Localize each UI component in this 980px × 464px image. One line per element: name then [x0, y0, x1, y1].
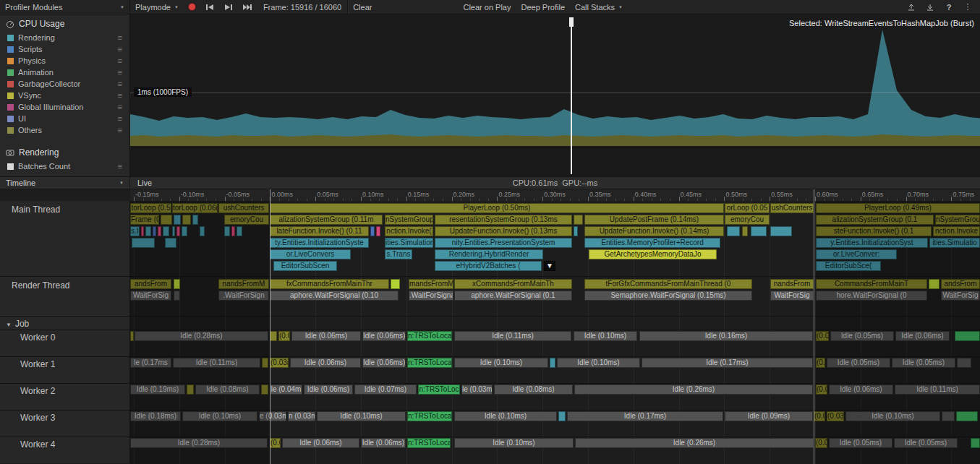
timeline-span[interactable]: Idle (0.05ms): [827, 358, 890, 368]
timeline-span[interactable]: Idle (0.10ms): [182, 411, 257, 421]
drag-handle-icon[interactable]: ≡: [118, 162, 122, 171]
timeline-span-small[interactable]: [145, 226, 151, 236]
view-selector-dropdown[interactable]: Timeline ▼: [0, 177, 130, 189]
track-label-worker-2[interactable]: Worker 2: [0, 384, 130, 410]
deep-profile-toggle[interactable]: Deep Profile: [516, 0, 570, 14]
timeline-span-small[interactable]: [163, 226, 169, 236]
track-label-worker-0[interactable]: Worker 0: [0, 330, 130, 356]
legend-item-physics[interactable]: Physics≡: [0, 55, 129, 66]
timeline-span[interactable]: s.Inv: [130, 226, 140, 236]
timeline-span[interactable]: torLoop (0.5: [130, 203, 171, 213]
frame-playhead-handle[interactable]: [569, 17, 574, 27]
timeline-span[interactable]: Idle (0.26ms): [575, 438, 814, 448]
track-label-render-thread[interactable]: Render Thread: [0, 277, 130, 316]
timeline-span[interactable]: orLoop (0.05: [725, 203, 770, 213]
track-body-worker-1[interactable]: le (0.17msIdle (0.11ms)(0.03mIdle (0.06m…: [130, 357, 980, 383]
call-stacks-dropdown[interactable]: Call Stacks ▼: [570, 0, 628, 14]
timeline-span[interactable]: eHybridV2Batches (: [435, 261, 542, 271]
foldout-icon[interactable]: ▼: [6, 322, 12, 328]
timeline-span-small[interactable]: [182, 215, 191, 225]
timeline-span[interactable]: (0.0: [816, 358, 825, 368]
timeline-span[interactable]: Rendering.HybridRender: [435, 249, 543, 259]
profiler-modules-dropdown[interactable]: Profiler Modules ▼: [0, 0, 130, 14]
drag-handle-icon[interactable]: ≡: [118, 68, 122, 77]
timeline-span[interactable]: resentationSystemGroup (0.13ms: [435, 215, 572, 225]
drag-handle-icon[interactable]: ≡: [118, 33, 122, 42]
timeline-span[interactable]: ▼: [544, 261, 555, 271]
timeline-span-small[interactable]: [574, 226, 578, 236]
timeline-span-small[interactable]: [971, 438, 980, 448]
live-toggle[interactable]: Live: [130, 179, 159, 187]
timeline-span[interactable]: emoryCou: [725, 215, 770, 225]
drag-handle-icon[interactable]: ≡: [118, 80, 122, 88]
legend-item-others[interactable]: Others≡: [0, 124, 129, 136]
timeline-span-small[interactable]: [174, 291, 180, 301]
timeline-span-small[interactable]: [957, 358, 971, 368]
timeline-span[interactable]: (0.03: [827, 411, 844, 421]
timeline-span[interactable]: WaitForSig: [130, 291, 171, 301]
timeline-span-small[interactable]: [929, 279, 939, 289]
legend-item-global-illumination[interactable]: Global Illumination≡: [0, 101, 129, 113]
timeline-span-small[interactable]: [231, 226, 235, 236]
timeline-span[interactable]: nSystemGrou: [935, 215, 980, 225]
timeline-span[interactable]: nction.Invoke(: [385, 226, 433, 236]
legend-item-animation[interactable]: Animation≡: [0, 66, 129, 78]
legend-item-ui[interactable]: UI≡: [0, 113, 129, 124]
timeline-span-small[interactable]: [270, 331, 277, 341]
legend-item-vsync[interactable]: VSync≡: [0, 90, 129, 101]
timeline-span[interactable]: Idle (0.11ms): [895, 384, 980, 395]
timeline-span-small[interactable]: [742, 226, 748, 236]
timeline-span-small[interactable]: [224, 226, 230, 236]
timeline-span-small[interactable]: [174, 215, 181, 225]
timeline-span[interactable]: nandsFrom: [770, 279, 814, 289]
timeline-span[interactable]: n:TRSToLoca: [407, 358, 452, 368]
timeline-span[interactable]: PlayerLoop (0.50ms): [270, 203, 724, 213]
timeline-span-small[interactable]: [262, 358, 268, 368]
timeline-span[interactable]: Idle (0.26ms): [574, 384, 813, 395]
timeline-span[interactable]: nSystemGroup: [385, 215, 433, 225]
timeline-span[interactable]: n:TRSToLoca: [407, 438, 451, 448]
timeline-span[interactable]: Idle (0.17ms): [642, 358, 813, 368]
timeline-span[interactable]: fxCommandsFromMainThr: [270, 279, 389, 289]
timeline-span-small[interactable]: [141, 226, 144, 236]
timeline-span[interactable]: n:TRSToLoc: [418, 384, 460, 395]
timeline-span[interactable]: n:TRSToLoca: [407, 331, 452, 341]
drag-handle-icon[interactable]: ≡: [118, 126, 122, 134]
timeline-span[interactable]: Idle (0.05ms): [830, 331, 894, 341]
timeline-span[interactable]: n (0.03m: [288, 411, 315, 421]
current-frame-button[interactable]: [238, 0, 257, 14]
next-frame-button[interactable]: [219, 0, 238, 14]
timeline-span-small[interactable]: [192, 215, 198, 225]
timeline-span[interactable]: ty.Entities.InitializationSyste: [270, 238, 369, 248]
frame-playhead[interactable]: [571, 17, 572, 174]
timeline-span[interactable]: UpdateFunction.Invoke() (0.14ms): [584, 226, 724, 236]
timeline-span[interactable]: steFunction.Invoke() (0.1: [816, 226, 932, 236]
timeline-span[interactable]: PlayerLoop (0.49ms): [816, 203, 980, 213]
track-body-main-thread[interactable]: torLoop (0.5torLoop (0.06mushCountersPla…: [130, 201, 980, 276]
timeline-span[interactable]: alizationSystemGroup (0.11m: [270, 215, 383, 225]
module-rendering[interactable]: Rendering: [0, 143, 129, 160]
timeline-span[interactable]: WaitForSig: [941, 291, 980, 301]
timeline-span[interactable]: nandsFromM: [218, 279, 269, 289]
timeline-span[interactable]: le (0.04m: [270, 384, 302, 395]
timeline-span-small[interactable]: [200, 226, 205, 236]
track-label-main-thread[interactable]: Main Thread: [0, 201, 130, 276]
clear-on-play-toggle[interactable]: Clear on Play: [458, 0, 516, 14]
timeline-span[interactable]: nity.Entities.PresentationSystem: [435, 238, 572, 248]
track-body-worker-4[interactable]: Idle (0.28ms)(0.02Idle (0.06ms)Idle (0.0…: [130, 437, 980, 463]
timeline-span[interactable]: Idle (0.06ms): [282, 438, 359, 448]
timeline-span[interactable]: Idle (0.10ms): [845, 411, 940, 421]
timeline-span[interactable]: nction.Invoke: [933, 226, 980, 236]
timeline-span[interactable]: .WaitForSign: [218, 291, 269, 301]
timeline-span[interactable]: Idle (0.10ms): [574, 331, 637, 341]
timeline-span[interactable]: Idle (0.05ms): [894, 438, 958, 448]
timeline-span[interactable]: UpdateFunction.Invoke() (0.13ms: [435, 226, 572, 236]
timeline-span[interactable]: (0.02: [278, 331, 290, 341]
timeline-span[interactable]: Entities.MemoryProfiler+Record: [584, 238, 720, 248]
legend-item-rendering[interactable]: Rendering≡: [0, 32, 129, 43]
timeline-span[interactable]: Idle (0.10ms): [454, 411, 557, 421]
timeline-span[interactable]: (0.02: [270, 438, 281, 448]
timeline-span-small[interactable]: [176, 226, 180, 236]
timeline-span[interactable]: Frame (0.: [130, 215, 159, 225]
timeline-span[interactable]: CommandsFromMainT: [816, 279, 927, 289]
